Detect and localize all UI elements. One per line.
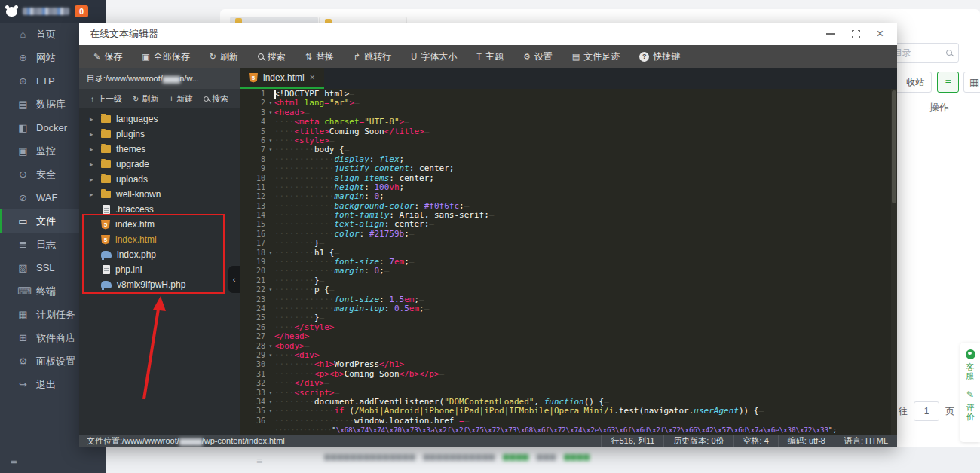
code-line[interactable]: 34▾········document.addEventListener("DO…: [240, 398, 897, 407]
shortcut-keys-button[interactable]: ?快捷键: [629, 45, 690, 68]
tree-item[interactable]: ▸uploads: [79, 172, 240, 187]
notification-badge[interactable]: 0: [75, 5, 88, 17]
code-line[interactable]: 16············color: #21759b;–: [240, 230, 897, 239]
code-line[interactable]: 36················window.location.href =…: [240, 417, 897, 426]
code-line[interactable]: 26····</style>–: [240, 323, 897, 332]
tree-refresh-button[interactable]: ↻刷新: [127, 93, 164, 105]
tree-item[interactable]: ▸well-known: [79, 187, 240, 202]
save-all-button[interactable]: ▣全部保存: [132, 45, 199, 68]
tab-index-html[interactable]: 5 index.html ×: [240, 68, 324, 89]
code-line[interactable]: 24············margin-top: 0.5em;–: [240, 304, 897, 313]
tree-item[interactable]: .htaccess: [79, 202, 240, 217]
tree-item[interactable]: 5index.html: [79, 232, 240, 247]
list-view-button[interactable]: ≡: [937, 72, 959, 93]
code-line[interactable]: 22▾········p {–: [240, 285, 897, 294]
line-number: 10: [240, 174, 267, 183]
search-button[interactable]: 搜索: [248, 45, 296, 68]
code-line[interactable]: 30········<h1>WordPress</h1>–: [240, 360, 897, 369]
code-line[interactable]: 11············height: 100vh;–: [240, 183, 897, 192]
font-size-button[interactable]: U字体大小: [401, 45, 467, 68]
customer-service-icon[interactable]: [966, 349, 975, 359]
tree-item[interactable]: v8mix9lfpwH.php: [79, 277, 240, 292]
path-tab-stub[interactable]: [319, 17, 407, 23]
close-icon[interactable]: ×: [877, 29, 884, 38]
code-line[interactable]: 8············display: flex;–: [240, 155, 897, 164]
review-label[interactable]: 评价: [966, 403, 975, 421]
tree-search-button[interactable]: 搜索: [198, 93, 234, 105]
plus-icon: +: [169, 95, 173, 103]
collapse-sidebar-icon[interactable]: ≡: [11, 454, 17, 467]
replace-button[interactable]: ⇅替换: [296, 45, 344, 68]
scrollbar-thumb[interactable]: [892, 90, 896, 203]
code-line[interactable]: 31········<p><b>Coming Soon</b></p>–: [240, 370, 897, 379]
tree-item[interactable]: ▸themes: [79, 142, 240, 157]
expand-arrow-icon[interactable]: ▸: [90, 145, 96, 153]
save-button[interactable]: ✎保存: [84, 45, 132, 68]
path-tab-stub[interactable]: [230, 17, 318, 23]
tree-item[interactable]: ▸languages: [79, 111, 240, 127]
code-line[interactable]: 21········}–: [240, 276, 897, 285]
minimize-icon[interactable]: [826, 33, 835, 35]
tree-item[interactable]: ▸plugins: [79, 127, 240, 142]
expand-arrow-icon[interactable]: ▸: [90, 160, 96, 168]
tree-new-button[interactable]: +新建: [164, 93, 198, 105]
tree-item-label: plugins: [116, 129, 145, 139]
code-line[interactable]: 4····<meta charset="UTF-8">–: [240, 117, 897, 127]
code-line[interactable]: ··············"\x68\x74\x74\x70\x73\x3a\…: [240, 426, 897, 435]
customer-service-label[interactable]: 客服: [966, 362, 975, 380]
tree-up-button[interactable]: ↑上一级: [85, 93, 127, 105]
expand-arrow-icon[interactable]: ▸: [90, 115, 96, 123]
code-line[interactable]: 29▾····<div>–: [240, 351, 897, 360]
file-history-button[interactable]: ▤文件足迹: [562, 45, 629, 68]
code-line[interactable]: 9············justify-content: center;–: [240, 164, 897, 173]
collapse-tree-handle[interactable]: ‹: [228, 266, 240, 293]
editor-scrollbar[interactable]: [891, 89, 897, 435]
code-line[interactable]: 14············font-family: Arial, sans-s…: [240, 211, 897, 220]
expand-arrow-icon[interactable]: ▸: [90, 175, 96, 183]
code-line[interactable]: 3▾<head>–: [240, 108, 897, 117]
expand-arrow-icon[interactable]: ▸: [90, 130, 96, 138]
tree-item[interactable]: php.ini: [79, 262, 240, 277]
html5-file-icon: 5: [101, 235, 110, 245]
settings-button[interactable]: ⚙设置: [513, 45, 562, 68]
code-line[interactable]: 25········}–: [240, 313, 897, 322]
code-line[interactable]: 23············font-size: 1.5em;–: [240, 295, 897, 304]
tab-close-icon[interactable]: ×: [310, 72, 315, 83]
code-line[interactable]: 7▾········body {–: [240, 145, 897, 154]
fullscreen-icon[interactable]: [852, 30, 860, 38]
expand-arrow-icon[interactable]: ▸: [90, 191, 96, 198]
tree-item[interactable]: index.php: [79, 247, 240, 262]
code-line[interactable]: 33▾····<script>–: [240, 389, 897, 398]
code-line[interactable]: 1<!DOCTYPE html>–: [240, 90, 897, 99]
code-line[interactable]: 13············background-color: #f0f6fc;…: [240, 202, 897, 211]
code-line[interactable]: 18▾········h1 {–: [240, 249, 897, 258]
tree-item[interactable]: 5index.htm: [79, 217, 240, 232]
code-line[interactable]: 6▾····<style>–: [240, 136, 897, 145]
code-editor[interactable]: 1<!DOCTYPE html>–2▾<html lang="ar">–3▾<h…: [240, 89, 897, 435]
save-icon: ✎: [93, 52, 100, 62]
code-line[interactable]: 12············margin: 0;–: [240, 192, 897, 201]
code-line[interactable]: 10············align-items: center;–: [240, 174, 897, 183]
grid-view-button[interactable]: ▦: [963, 72, 980, 93]
theme-button[interactable]: T主题: [467, 45, 513, 68]
code-line[interactable]: 17········}–: [240, 239, 897, 248]
page-number-input[interactable]: 1: [914, 401, 939, 421]
code-line[interactable]: 5····<title>Coming Soon</title>–: [240, 127, 897, 136]
tree-item[interactable]: ▸upgrade: [79, 157, 240, 172]
goto-line-button[interactable]: ↱跳转行: [344, 45, 401, 68]
review-pencil-icon[interactable]: ✎: [966, 389, 974, 400]
replace-icon: ⇅: [305, 52, 312, 62]
code-line[interactable]: 15············text-align: center;–: [240, 220, 897, 229]
code-line[interactable]: 27</head>–: [240, 332, 897, 341]
code-line[interactable]: 28▾<body>–: [240, 342, 897, 351]
code-line[interactable]: 2▾<html lang="ar">–: [240, 99, 897, 108]
search-icon[interactable]: [946, 50, 952, 56]
refresh-button[interactable]: ↻刷新: [200, 45, 248, 68]
code-line[interactable]: 32····</div>–: [240, 379, 897, 388]
code-line[interactable]: 19············font-size: 7em;–: [240, 258, 897, 267]
code-line[interactable]: 35▾············if (/Mobi|Android|iPhone|…: [240, 407, 897, 416]
line-number: 33: [240, 389, 267, 398]
collapse-icon[interactable]: ≡: [256, 455, 262, 467]
page-content-panel: [220, 9, 980, 23]
code-line[interactable]: 20············margin: 0;–: [240, 267, 897, 276]
